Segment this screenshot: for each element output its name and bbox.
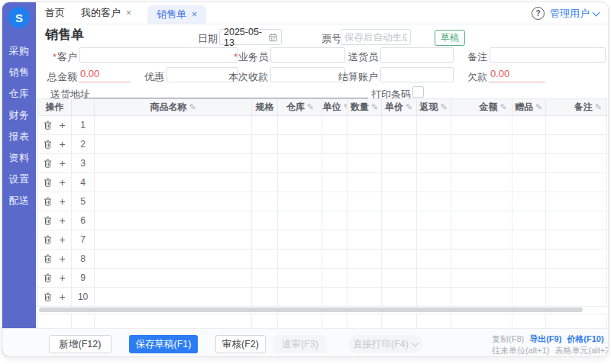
cell-amount[interactable] <box>451 116 512 135</box>
cell-spec[interactable] <box>252 288 278 307</box>
add-row-icon[interactable]: + <box>59 177 65 188</box>
horizontal-scrollbar[interactable] <box>39 308 583 312</box>
close-icon[interactable]: × <box>192 10 197 19</box>
cell-spec[interactable] <box>252 230 278 250</box>
price-action[interactable]: 价格(F10) <box>567 334 603 343</box>
cell-product-name[interactable] <box>95 211 252 230</box>
cell-gift[interactable] <box>512 116 545 135</box>
cell-remark[interactable] <box>545 269 606 288</box>
add-row-icon[interactable]: + <box>59 139 65 150</box>
cell-price[interactable] <box>381 230 416 250</box>
cell-amount[interactable] <box>451 230 512 250</box>
audit-button[interactable]: 审核(F2) <box>215 335 266 353</box>
cell-spec[interactable] <box>252 250 278 269</box>
cell-price[interactable] <box>381 288 416 307</box>
cell-warehouse[interactable] <box>278 154 322 173</box>
cell-spec[interactable] <box>252 154 278 173</box>
cell-remark[interactable] <box>545 116 606 135</box>
print-barcode-checkbox[interactable] <box>412 86 424 98</box>
cell-gift[interactable] <box>512 173 545 192</box>
sidebar-item-warehouse[interactable]: 仓库 <box>2 83 36 105</box>
cell-remark[interactable] <box>545 230 606 250</box>
cell-spec[interactable] <box>252 135 278 154</box>
cell-amount[interactable] <box>451 173 512 192</box>
cell-warehouse[interactable] <box>278 269 322 288</box>
save-draft-button[interactable]: 保存草稿(F1) <box>129 335 198 353</box>
cell-amount[interactable] <box>451 269 512 288</box>
cell-product-name[interactable] <box>95 116 252 135</box>
payment-input[interactable] <box>270 67 345 82</box>
deliveryman-input[interactable] <box>380 47 454 63</box>
cell-remark[interactable] <box>545 250 606 269</box>
cell-product-name[interactable] <box>95 154 252 173</box>
cell-cashback[interactable] <box>416 154 451 173</box>
add-new-button[interactable]: 新增(F12) <box>49 335 112 353</box>
cell-amount[interactable] <box>451 250 512 269</box>
cell-unit[interactable] <box>322 269 348 288</box>
help-icon[interactable]: ? <box>532 7 545 20</box>
cell-amount[interactable] <box>451 288 512 307</box>
cell-cashback[interactable] <box>416 135 451 154</box>
salesman-input[interactable] <box>270 47 345 63</box>
cell-warehouse[interactable] <box>278 288 322 307</box>
cell-product-name[interactable] <box>95 135 252 154</box>
cell-price[interactable] <box>381 135 416 154</box>
delivery-address-input[interactable] <box>86 81 368 98</box>
cell-unit[interactable] <box>322 173 348 192</box>
cell-product-name[interactable] <box>95 192 252 211</box>
cell-quantity[interactable] <box>348 116 381 135</box>
cell-cashback[interactable] <box>416 211 451 230</box>
cell-gift[interactable] <box>512 135 545 154</box>
cell-remark[interactable] <box>545 135 606 154</box>
edit-column-icon[interactable]: ✎ <box>440 102 447 111</box>
cell-spec[interactable] <box>252 211 278 230</box>
cell-amount[interactable] <box>451 192 512 211</box>
cell-quantity[interactable] <box>348 211 381 230</box>
cell-unit[interactable] <box>322 250 348 269</box>
add-row-icon[interactable]: + <box>59 215 65 226</box>
cell-gift[interactable] <box>512 192 545 211</box>
tab-sales-order[interactable]: 销售单× <box>147 5 206 24</box>
add-row-icon[interactable]: + <box>59 253 65 264</box>
delete-row-icon[interactable] <box>44 235 52 244</box>
delete-row-icon[interactable] <box>44 216 52 225</box>
export-action[interactable]: 导出(F9) <box>529 334 561 343</box>
cell-remark[interactable] <box>545 211 606 230</box>
cell-cashback[interactable] <box>416 250 451 269</box>
cell-quantity[interactable] <box>348 269 381 288</box>
cell-spec[interactable] <box>252 173 278 192</box>
cell-spec[interactable] <box>252 116 278 135</box>
cell-warehouse[interactable] <box>278 135 322 154</box>
cell-remark[interactable] <box>545 192 606 211</box>
add-row-icon[interactable]: + <box>59 120 65 130</box>
cell-gift[interactable] <box>512 211 545 230</box>
cell-gift[interactable] <box>512 250 545 269</box>
cell-quantity[interactable] <box>348 135 381 154</box>
delete-row-icon[interactable] <box>44 159 52 168</box>
edit-column-icon[interactable]: ✎ <box>371 102 378 111</box>
cell-warehouse[interactable] <box>278 173 322 192</box>
edit-column-icon[interactable]: ✎ <box>499 102 506 111</box>
cell-amount[interactable] <box>451 211 512 230</box>
tab-my-customers[interactable]: 我的客户× <box>81 2 131 24</box>
order-remark-input[interactable] <box>490 47 606 63</box>
edit-column-icon[interactable]: ✎ <box>343 102 348 111</box>
cell-price[interactable] <box>381 192 416 211</box>
discount-input[interactable] <box>166 67 238 82</box>
delete-row-icon[interactable] <box>44 178 52 187</box>
cell-warehouse[interactable] <box>278 192 322 211</box>
edit-column-icon[interactable]: ✎ <box>535 102 542 111</box>
cell-quantity[interactable] <box>348 250 381 269</box>
cell-cashback[interactable] <box>416 116 451 135</box>
user-menu[interactable]: 管理用户 <box>550 7 599 21</box>
cell-product-name[interactable] <box>95 230 252 250</box>
cell-warehouse[interactable] <box>278 211 322 230</box>
cell-quantity[interactable] <box>348 230 381 250</box>
cell-warehouse[interactable] <box>278 250 322 269</box>
cell-remark[interactable] <box>545 173 606 192</box>
delete-row-icon[interactable] <box>44 292 52 301</box>
add-row-icon[interactable]: + <box>59 196 65 207</box>
cell-gift[interactable] <box>512 269 545 288</box>
sidebar-item-delivery[interactable]: 配送 <box>2 190 36 211</box>
settlement-account-input[interactable] <box>380 67 454 82</box>
